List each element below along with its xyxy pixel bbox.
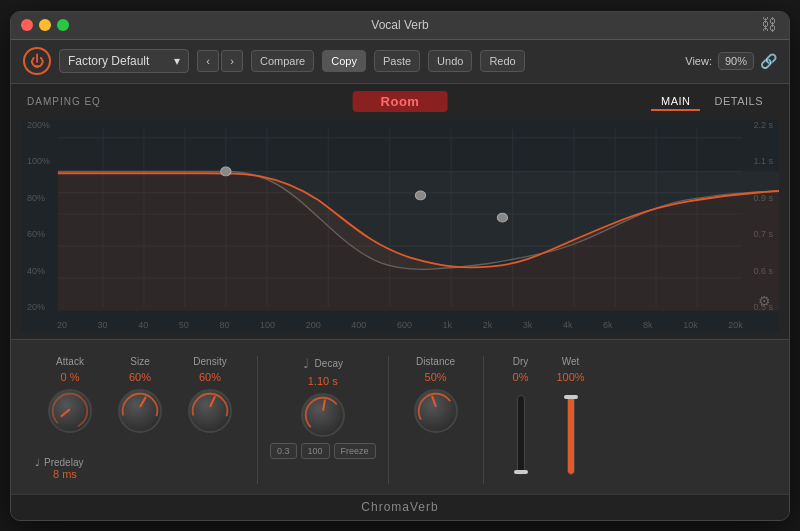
svg-point-19 [221,167,231,176]
power-button[interactable]: ⏻ [23,47,51,75]
wet-value: 100% [556,371,584,383]
copy-button[interactable]: Copy [322,50,366,72]
svg-point-21 [497,213,507,222]
divider-2 [388,356,389,484]
dry-value: 0% [513,371,529,383]
freeze-button[interactable]: Freeze [334,443,376,459]
size-label: Size [130,356,149,367]
eq-curve-svg [21,120,779,333]
wet-group: Wet 100% [546,356,596,481]
view-tabs: MAIN DETAILS [651,93,773,111]
distance-value: 50% [425,371,447,383]
redo-button[interactable]: Redo [480,50,524,72]
wet-thumb[interactable] [564,395,578,399]
window-title: Vocal Verb [371,18,428,32]
dry-slider[interactable] [517,395,525,475]
svg-point-23 [120,391,160,431]
svg-point-20 [415,191,425,200]
attack-knob[interactable] [48,389,92,433]
note-icon: ♩ [35,457,40,468]
predelay-group: ♩ Predelay 8 ms [35,449,83,480]
attack-value: 0 % [61,371,80,383]
wet-label: Wet [562,356,580,367]
size-value: 60% [129,371,151,383]
maximize-button[interactable] [57,19,69,31]
room-badge[interactable]: Room [353,91,448,112]
view-section: View: 90% 🔗 [685,52,777,70]
chevron-down-icon: ▾ [174,54,180,68]
paste-button[interactable]: Paste [374,50,420,72]
distance-label: Distance [416,356,455,367]
minimize-button[interactable] [39,19,51,31]
link-button[interactable]: 🔗 [760,53,777,69]
nav-buttons: ‹ › [197,50,243,72]
freeze-options: 0.3 100 Freeze [270,443,376,459]
attack-label: Attack [56,356,84,367]
footer-text: ChromaVerb [361,500,438,514]
size-group: Size 60% [105,356,175,433]
distance-group: Distance 50% [401,356,471,433]
footer: ChromaVerb [11,494,789,520]
svg-point-25 [303,395,343,435]
eq-chart[interactable]: 200% 100% 80% 60% 40% 20% 2.2 s 1.1 s 0.… [21,120,779,333]
freeze-btn-0.3[interactable]: 0.3 [270,443,297,459]
power-icon: ⏻ [30,53,44,69]
prev-button[interactable]: ‹ [197,50,219,72]
decay-label: Decay [315,358,343,369]
svg-point-24 [190,391,230,431]
decay-group: ♩ Decay 1.10 s 0.3 100 Freeze [270,356,376,459]
main-content: DAMPING EQ Room MAIN DETAILS 200% 100% 8… [11,84,789,339]
wet-fill [568,396,574,474]
freeze-btn-100[interactable]: 100 [301,443,330,459]
next-button[interactable]: › [221,50,243,72]
predelay-label: ♩ Predelay [35,457,83,468]
divider-1 [257,356,258,484]
view-percent[interactable]: 90% [718,52,754,70]
dry-thumb[interactable] [514,470,528,474]
toolbar: ⏻ Factory Default ▾ ‹ › Compare Copy Pas… [11,40,789,84]
undo-button[interactable]: Undo [428,50,472,72]
decay-note-icon: ♩ [303,356,309,371]
wet-slider[interactable] [567,395,575,475]
distance-knob[interactable] [414,389,458,433]
size-knob[interactable] [118,389,162,433]
decay-knob[interactable] [301,393,345,437]
main-window: Vocal Verb ⛓ ⏻ Factory Default ▾ ‹ › Com… [10,11,790,521]
eq-label: DAMPING EQ [27,96,101,107]
x-axis: 20 30 40 50 80 100 200 400 600 1k 2k 3k … [57,320,743,330]
tab-main[interactable]: MAIN [651,93,701,111]
svg-point-26 [416,391,456,431]
attack-group: Attack 0 % [35,356,105,433]
eq-header: DAMPING EQ Room MAIN DETAILS [11,84,789,120]
dry-group: Dry 0% [496,356,546,481]
dry-label: Dry [513,356,529,367]
link-icon[interactable]: ⛓ [761,16,777,34]
window-controls [21,19,69,31]
compare-button[interactable]: Compare [251,50,314,72]
title-bar: Vocal Verb ⛓ [11,12,789,40]
tab-details[interactable]: DETAILS [704,93,773,111]
preset-dropdown[interactable]: Factory Default ▾ [59,49,189,73]
preset-name: Factory Default [68,54,149,68]
decay-value: 1.10 s [308,375,338,387]
density-knob[interactable] [188,389,232,433]
density-label: Density [193,356,226,367]
settings-icon[interactable]: ⚙ [758,293,771,309]
divider-3 [483,356,484,484]
close-button[interactable] [21,19,33,31]
density-value: 60% [199,371,221,383]
bottom-controls: Attack 0 % Size 60% [11,339,789,494]
svg-point-22 [50,391,90,431]
density-group: Density 60% [175,356,245,433]
view-label: View: [685,55,712,67]
predelay-value: 8 ms [53,468,77,480]
